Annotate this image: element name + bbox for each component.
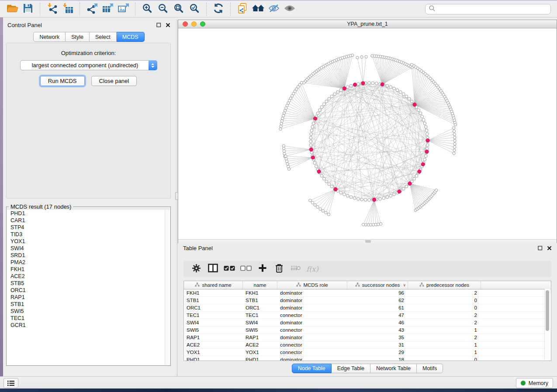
export-table-button[interactable] <box>100 2 115 16</box>
table-cell: YOX1 <box>243 350 277 355</box>
mcds-result-item[interactable]: STB5 <box>7 280 170 287</box>
table-scroll-thumb[interactable] <box>546 290 549 331</box>
close-table-panel-icon[interactable] <box>547 246 552 251</box>
table-cell: TEC1 <box>243 313 277 318</box>
task-history-button[interactable] <box>3 378 18 388</box>
fx-icon: f(x) <box>306 265 318 273</box>
close-window-icon[interactable] <box>183 21 188 27</box>
tab-select[interactable]: Select <box>90 32 117 42</box>
network-window-titlebar[interactable]: YPA_prune.txt_1 <box>178 20 557 28</box>
search-box[interactable] <box>425 4 551 14</box>
column-header-shared-name[interactable]: shared name <box>184 281 243 289</box>
toolbar-separator <box>135 3 135 16</box>
tree-icon <box>195 282 200 288</box>
export-network-button[interactable] <box>84 2 100 16</box>
hscroll-thumb[interactable] <box>365 240 371 243</box>
minimize-window-icon[interactable] <box>191 21 197 27</box>
clear-all-checks-button[interactable] <box>238 262 254 275</box>
mcds-result-item[interactable]: CAR1 <box>7 217 170 224</box>
mcds-result-item[interactable]: ACE2 <box>7 273 170 280</box>
table-scrollbar[interactable] <box>544 289 550 360</box>
mcds-panel: Optimization criterion: largest connecte… <box>6 43 171 199</box>
zoom-fit-button[interactable] <box>171 2 187 16</box>
table-cell: 61 <box>347 305 408 310</box>
export-image-button[interactable] <box>115 2 131 16</box>
column-header-successor-nodes[interactable]: successor nodes∨ <box>347 281 408 289</box>
toolbar-separator <box>80 3 80 16</box>
float-table-panel-icon[interactable] <box>538 246 543 251</box>
column-header-name[interactable]: name <box>243 281 277 289</box>
table-row[interactable]: RAP1RAP1dominator352 <box>184 334 551 341</box>
mcds-result-item[interactable]: STB1 <box>7 301 170 308</box>
tab-network-table[interactable]: Network Table <box>370 364 417 373</box>
table-row[interactable]: ORC1ORC1dominator610 <box>184 304 551 312</box>
result-scrollbar[interactable] <box>165 210 170 365</box>
show-all-button[interactable] <box>282 2 298 16</box>
zoom-selected-button[interactable] <box>187 2 202 16</box>
tab-node-table[interactable]: Node Table <box>292 364 332 373</box>
tab-mcds[interactable]: MCDS <box>117 32 145 42</box>
mcds-result-item[interactable]: SWI5 <box>7 308 170 315</box>
table-row[interactable]: TEC1TEC1connector472 <box>184 312 551 319</box>
open-file-button[interactable] <box>4 2 20 16</box>
save-session-button[interactable] <box>20 2 36 16</box>
memory-button[interactable]: Memory <box>516 378 553 388</box>
table-row[interactable]: SWI5SWI5connector431 <box>184 327 551 334</box>
select-all-checks-button[interactable] <box>221 262 238 275</box>
column-header-predecessor-nodes[interactable]: predecessor nodes <box>408 281 481 289</box>
table-row[interactable]: SWI4SWI4dominator462 <box>184 319 551 327</box>
delete-rows-button[interactable] <box>271 262 287 275</box>
table-panel-title: Table Panel <box>183 245 213 251</box>
mcds-result-item[interactable]: GCR1 <box>7 322 170 329</box>
search-input[interactable] <box>436 5 550 14</box>
run-mcds-button[interactable]: Run MCDS <box>40 76 85 86</box>
zoom-out-button[interactable] <box>155 2 171 16</box>
refresh-layout-button[interactable] <box>211 2 226 16</box>
mcds-result-item[interactable]: SRD1 <box>7 252 170 259</box>
mcds-result-item[interactable]: PHD1 <box>7 210 170 217</box>
close-panel-icon[interactable] <box>166 23 170 28</box>
float-panel-icon[interactable] <box>156 23 161 28</box>
tab-network[interactable]: Network <box>33 32 66 42</box>
hide-selected-button[interactable] <box>266 2 282 16</box>
maximize-window-icon[interactable] <box>200 21 205 27</box>
gear-icon <box>192 264 201 275</box>
mcds-result-item[interactable]: STP4 <box>7 224 170 231</box>
import-table-button[interactable] <box>60 2 76 16</box>
zoom-in-button[interactable] <box>139 2 155 16</box>
table-row[interactable]: PHD1PHD1dominator180 <box>184 356 551 361</box>
criterion-value: largest connected component (undirected) <box>21 62 157 69</box>
mcds-result-item[interactable]: SWI4 <box>7 245 170 252</box>
toolbar-separator <box>40 3 40 16</box>
table-row[interactable]: FKH1FKH1dominator962 <box>184 289 551 297</box>
create-column-button[interactable] <box>254 262 271 275</box>
table-row[interactable]: YOX1YOX1connector291 <box>184 349 551 356</box>
table-row[interactable]: STB1STB1dominator620 <box>184 297 551 304</box>
first-neighbors-button[interactable] <box>250 2 266 16</box>
mcds-result-item[interactable]: FKH1 <box>7 266 170 273</box>
mcds-result-list[interactable]: PHD1CAR1STP4TID3YOX1SWI4SRD1PMA2FKH1ACE2… <box>7 210 170 365</box>
network-canvas[interactable] <box>178 28 557 239</box>
function-builder-button: f(x) <box>304 262 321 275</box>
table-cell: dominator <box>277 335 347 340</box>
copy-share-document-button[interactable] <box>235 2 250 16</box>
mcds-result-item[interactable]: RAP1 <box>7 294 170 301</box>
tab-edge-table[interactable]: Edge Table <box>332 364 370 373</box>
column-header-mcds-role[interactable]: MCDS role <box>277 281 347 289</box>
criterion-select[interactable]: largest connected component (undirected) <box>20 60 157 70</box>
column-settings-button[interactable] <box>188 262 204 275</box>
mcds-result-item[interactable]: PMA2 <box>7 259 170 266</box>
tab-style[interactable]: Style <box>66 32 90 42</box>
mcds-result-item[interactable]: ORC1 <box>7 287 170 294</box>
table-cell: FKH1 <box>184 290 243 296</box>
split-panel-button[interactable] <box>204 262 221 275</box>
tab-motifs[interactable]: Motifs <box>417 364 443 373</box>
export-image-icon <box>118 3 129 16</box>
desktop-background <box>0 389 557 392</box>
close-panel-button[interactable]: Close panel <box>91 76 137 86</box>
mcds-result-item[interactable]: TEC1 <box>7 315 170 322</box>
import-network-button[interactable] <box>44 2 60 16</box>
mcds-result-item[interactable]: TID3 <box>7 231 170 238</box>
table-row[interactable]: ACE2ACE2connector311 <box>184 341 551 349</box>
mcds-result-item[interactable]: YOX1 <box>7 238 170 245</box>
